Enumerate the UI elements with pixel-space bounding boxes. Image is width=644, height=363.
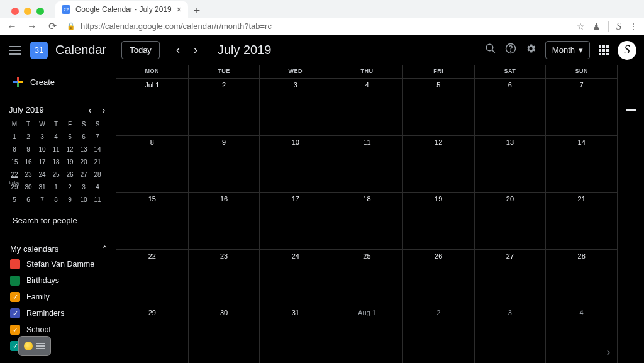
day-cell[interactable]: 29 <box>116 306 188 363</box>
mini-day-cell[interactable]: 9 <box>21 143 35 155</box>
mini-day-cell[interactable]: 11 <box>49 143 63 155</box>
mini-day-cell[interactable]: 4 <box>49 130 63 143</box>
mini-day-cell[interactable]: 28 <box>91 168 104 181</box>
mini-day-cell[interactable]: 3 <box>77 181 91 193</box>
calendar-item[interactable]: ✓Reminders <box>9 305 109 321</box>
mini-day-cell[interactable]: 26 <box>63 168 77 181</box>
day-cell[interactable]: 14 <box>545 136 617 193</box>
mini-day-cell[interactable]: 6 <box>21 193 35 206</box>
mini-day-cell[interactable]: 12 <box>63 143 77 155</box>
mini-day-cell[interactable]: 21 <box>91 155 104 168</box>
day-cell[interactable]: 18 <box>331 193 402 249</box>
mini-day-cell[interactable]: 14 <box>91 143 104 155</box>
mini-day-cell[interactable]: 20 <box>77 155 91 168</box>
profile-ext-icon[interactable]: S <box>616 21 621 32</box>
day-cell[interactable]: Jul 1 <box>116 79 188 135</box>
mini-day-cell[interactable]: 29 <box>8 181 21 193</box>
calendar-checkbox[interactable]: ✓ <box>10 292 20 302</box>
mini-day-cell[interactable]: 25 <box>49 168 63 181</box>
calendar-checkbox[interactable] <box>10 276 20 286</box>
help-icon[interactable] <box>505 43 516 57</box>
mini-day-cell[interactable]: 3 <box>35 130 49 143</box>
mini-day-cell[interactable]: 23 <box>21 168 35 181</box>
reload-button[interactable]: ⟳ <box>47 20 58 32</box>
mini-day-cell[interactable]: 30 <box>21 181 35 193</box>
mini-day-cell[interactable]: 7 <box>91 130 104 143</box>
day-cell[interactable]: 13 <box>474 136 546 193</box>
bookmark-star-icon[interactable]: ☆ <box>577 21 585 31</box>
day-cell[interactable]: 9 <box>188 136 260 193</box>
my-calendars-header[interactable]: My calendars ⌃ <box>9 242 109 256</box>
mini-day-cell[interactable]: 4 <box>91 181 104 193</box>
day-cell[interactable]: 17 <box>259 193 331 249</box>
day-cell[interactable]: 7 <box>545 79 617 135</box>
calendar-item[interactable]: ✓School <box>9 321 109 338</box>
day-cell[interactable]: 8 <box>116 136 188 193</box>
settings-gear-icon[interactable] <box>525 43 536 57</box>
mini-day-cell[interactable]: 2 <box>21 130 35 143</box>
today-button[interactable]: Today <box>121 41 160 59</box>
side-panel-collapse-icon[interactable] <box>626 109 636 111</box>
day-cell[interactable]: 4 <box>331 79 402 135</box>
day-cell[interactable]: 26 <box>402 250 474 306</box>
day-cell[interactable]: 15 <box>116 193 188 249</box>
mini-day-cell[interactable]: 2 <box>63 181 77 193</box>
extension-icon[interactable]: ♟ <box>592 21 601 31</box>
apps-grid-icon[interactable] <box>599 45 609 55</box>
mini-day-cell[interactable]: 8 <box>8 143 21 155</box>
mini-day-cell[interactable]: 17 <box>35 155 49 168</box>
calendar-checkbox[interactable]: ✓ <box>10 325 20 335</box>
mini-prev-icon[interactable]: ‹ <box>84 104 96 115</box>
mini-day-cell[interactable]: 11 <box>91 193 104 206</box>
day-cell[interactable]: 5 <box>402 79 474 135</box>
minimize-window-icon[interactable] <box>24 8 31 15</box>
view-switch-button[interactable]: Month ▾ <box>545 41 590 59</box>
calendar-checkbox[interactable]: ✓ <box>10 308 20 318</box>
day-cell[interactable]: 27 <box>474 250 546 306</box>
mini-day-cell[interactable]: 10 <box>77 193 91 206</box>
mini-day-cell[interactable]: 8 <box>49 193 63 206</box>
day-cell[interactable]: 16 <box>188 193 260 249</box>
browser-menu-icon[interactable]: ⋮ <box>629 21 638 31</box>
day-cell[interactable]: 20 <box>474 193 546 249</box>
mini-next-icon[interactable]: › <box>98 104 109 115</box>
day-cell[interactable]: 28 <box>545 250 617 306</box>
mini-day-cell[interactable]: 7 <box>35 193 49 206</box>
forward-button[interactable]: → <box>26 21 38 32</box>
tab-close-icon[interactable]: × <box>177 4 182 14</box>
day-cell[interactable]: 3 <box>259 79 331 135</box>
mini-day-cell[interactable]: 31 <box>35 181 49 193</box>
day-cell[interactable]: 23 <box>188 250 260 306</box>
mini-day-cell[interactable]: 15 <box>8 155 21 168</box>
new-tab-button[interactable]: + <box>188 4 206 18</box>
day-cell[interactable]: 3 <box>474 306 546 363</box>
day-cell[interactable]: 11 <box>331 136 402 193</box>
url-box[interactable]: 🔒 https://calendar.google.com/calendar/r… <box>67 21 568 31</box>
calendar-item[interactable]: Birthdays <box>9 272 109 289</box>
mini-day-cell[interactable]: 1 <box>49 181 63 193</box>
mini-day-cell[interactable]: 24 <box>35 168 49 181</box>
day-cell[interactable]: Aug 1 <box>331 306 402 363</box>
add-calendar-icon[interactable]: + <box>91 359 97 363</box>
mini-day-cell[interactable]: 5 <box>63 130 77 143</box>
next-period-icon[interactable]: › <box>189 43 203 57</box>
day-cell[interactable]: 2 <box>188 79 260 135</box>
day-cell[interactable]: 22 <box>116 250 188 306</box>
account-avatar[interactable]: S <box>618 41 636 60</box>
maximize-window-icon[interactable] <box>36 8 44 15</box>
search-icon[interactable] <box>485 43 496 57</box>
day-cell[interactable]: 30 <box>188 306 260 363</box>
mini-day-cell[interactable]: 5 <box>8 193 21 206</box>
browser-tab[interactable]: 22 Google Calendar - July 2019 × <box>55 1 188 18</box>
day-cell[interactable]: 31 <box>259 306 331 363</box>
mini-day-cell[interactable]: 18 <box>49 155 63 168</box>
extension-widget[interactable] <box>19 337 50 355</box>
mini-day-cell[interactable]: 9 <box>63 193 77 206</box>
prev-period-icon[interactable]: ‹ <box>171 43 185 57</box>
main-menu-icon[interactable] <box>8 43 23 57</box>
mini-day-cell[interactable]: 27 <box>77 168 91 181</box>
mini-day-cell[interactable]: 10 <box>35 143 49 155</box>
other-calendars-header[interactable]: Other calendars + ⌃ <box>8 357 112 363</box>
day-cell[interactable]: 19 <box>402 193 474 249</box>
day-cell[interactable]: 6 <box>474 79 546 135</box>
